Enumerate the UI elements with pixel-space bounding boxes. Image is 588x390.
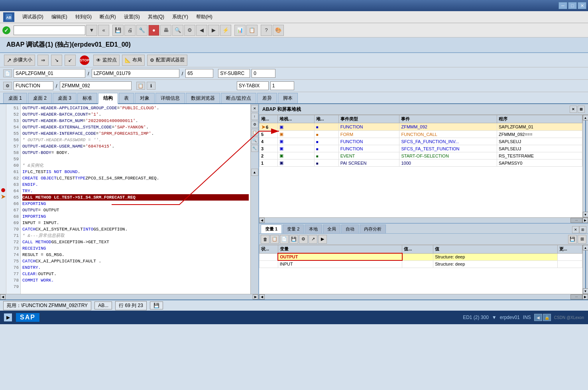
code-line[interactable]: CALL METHOD LC_TEST->SI_S4_SRM_FORECAST_… [22,194,249,201]
stack-row[interactable]: 4 ▣ ■ FUNCTION SFCS_FA_FUNCTION_INV... S… [260,138,582,145]
code-line[interactable]: OUTPUT-HEADER-BATCH_NUM = '2022090140000… [22,118,249,124]
bottom-btn-1[interactable]: ◀ [534,314,542,321]
var-tab-auto[interactable]: 自动 [341,225,359,233]
bp-cell[interactable] [0,238,6,244]
var-btn-1[interactable]: 🗑 [261,235,269,244]
print-btn[interactable]: 🖨 [124,25,136,36]
stack-close-btn[interactable]: ✕ [570,106,577,113]
save-btn[interactable]: 💾 [112,25,124,36]
bp-cell[interactable] [0,270,6,276]
hscroll-left[interactable]: ◀ [0,294,6,299]
bp-cell[interactable] [0,174,6,181]
code-line[interactable]: CLEAR: OUTPUT. [22,271,249,277]
stop-btn[interactable]: STOP [80,55,89,65]
stack-hs-track[interactable] [265,218,570,223]
code-line[interactable]: CATCH CX_AI_APPLICATION_FAULT . [22,258,249,264]
var-row[interactable]: OUTPUT Structure: deep [260,253,582,260]
stack-scroll-down[interactable]: ▼ [583,212,588,217]
code-line[interactable]: ENDTRY. [22,264,249,271]
menu-other[interactable]: 其他(Q) [144,12,168,22]
bp-cell[interactable] [0,168,6,174]
stack-vscroll[interactable]: ▲ ▼ [582,115,588,217]
var-btn-save[interactable]: 💾 [568,235,577,244]
var-btn-5[interactable]: ⚙ [299,235,308,244]
tab-desktop3[interactable]: 桌面 3 [53,93,77,103]
bp-cell[interactable] [0,244,6,251]
close-button[interactable]: ✕ [578,2,586,9]
menu-breakpoint[interactable]: 断点(R) [96,12,120,22]
bp-cell[interactable] [0,219,6,225]
tab-diff[interactable]: 差异 [257,93,277,103]
stack-scroll-thumb[interactable] [585,120,586,212]
var-hs-right[interactable]: ▶ [582,294,588,299]
side-btn-6[interactable]: 🔧 [251,145,258,152]
info-btn[interactable]: 📋 [136,82,145,90]
info2-btn[interactable]: ℹ [147,82,155,90]
stack-row[interactable]: 1 ▣ ■ PAI SCREEN 1000 SAPMSSY0 [260,160,582,167]
var-scroll-down[interactable]: ▼ [583,288,588,294]
monitor-btn[interactable]: 👁监控点 [93,55,120,66]
var-close-btn[interactable]: ✕ [572,226,579,233]
stack-row[interactable]: 5 ▣ ■ FORM FUNCTION_CALL ZFMMM_092=== [260,131,582,138]
code-hscroll[interactable]: ◀ ▶ [0,294,258,299]
code-line[interactable]: RESULT = GS_MSG. [22,252,249,258]
minimize-button[interactable]: ─ [559,2,567,9]
dropdown-arrow[interactable]: ▼ [492,315,497,320]
stack-expand-btn[interactable]: ⊞ [578,106,585,113]
bp-cell[interactable] [0,283,6,289]
maximize-button[interactable]: □ [568,2,577,9]
code-line[interactable]: * &实例化 [22,162,249,169]
code-line[interactable]: OUTPUT = OUTPUT [22,207,249,213]
var-scroll-up[interactable]: ▲ [583,245,588,250]
var-btn-6[interactable]: ↗ [309,235,317,244]
code-line[interactable]: OUTPUT-BODY = BODY. [22,150,249,156]
var-hscroll[interactable]: ◀ ··· ▶ [259,294,588,299]
code-line[interactable]: * &---异常信息获取 [22,232,249,239]
tab-script[interactable]: 脚本 [278,93,298,103]
dropdown-btn[interactable]: ▼ [86,25,97,36]
command-input[interactable] [14,26,85,35]
bp-cell[interactable] [0,104,6,110]
tab-detail[interactable]: 详细信息 [155,93,185,103]
tool6-btn[interactable]: ▶ [208,25,219,36]
bp-cell[interactable] [0,213,6,219]
tab-object[interactable]: 对象 [135,93,155,103]
tool8-btn[interactable]: 📊 [234,25,246,36]
stack-row[interactable]: ➤6 ▣ ■ FUNCTION ZFMMM_092 SAPLZFGMM_01 [260,123,582,131]
sy-tabix-value[interactable] [270,81,294,90]
bp-cell[interactable] [0,276,6,283]
bp-cell[interactable] [0,187,6,193]
step-large-btn[interactable]: ⇒ [37,55,49,66]
tab-breakpoint[interactable]: 断点/监控点 [221,93,256,103]
var-btn-7[interactable]: ▶ [318,235,327,244]
layout-btn[interactable]: 📐布局 [122,55,145,66]
sy-subrc-value[interactable] [252,69,275,78]
bp-cell[interactable]: ➤ [0,193,6,200]
var-tab-local[interactable]: 本地 [305,225,322,233]
code-line[interactable] [22,284,249,290]
var-btn-expand[interactable]: ⊞ [578,235,586,244]
bp-cell[interactable] [0,257,6,264]
program-field[interactable] [14,69,85,78]
code-line[interactable]: OUTPUT-HEADER-EXTERNAL_SYSTEM_CODE = 'SA… [22,124,249,130]
code-line[interactable]: INPUT = INPUT. [22,220,249,226]
code-line[interactable]: IMPORTING [22,213,249,220]
tool4-btn[interactable]: ⚙ [184,25,195,36]
code-line[interactable]: CATCH CX_AI_SYSTEM_FAULT INTO GS_EXCEPTI… [22,226,249,232]
step-over-btn[interactable]: ↘ [51,55,62,66]
bp-cell[interactable] [0,130,6,136]
code-line[interactable] [22,156,249,162]
bp-cell[interactable] [0,136,6,142]
hscroll-right[interactable]: ▶ [253,294,258,299]
var-expand-btn[interactable]: ⊞ [579,226,586,233]
var-tab-2[interactable]: 变量 2 [283,225,304,233]
stack-scroll-up[interactable]: ▲ [583,115,588,120]
code-line[interactable]: OUTPUT-HEADER-USER_NAME = '68476415'. [22,143,249,150]
bp-cell[interactable] [0,155,6,162]
var-hs-left[interactable]: ◀ [259,294,265,299]
var-tab-1[interactable]: 变量 1 [261,225,282,233]
tool7-btn[interactable]: ⚡ [220,25,231,36]
code-line[interactable]: * OUTPUT-HEADER-PASSWORD = ''. [22,137,249,143]
tool2-btn[interactable]: ● [148,25,159,36]
hscroll-track[interactable] [6,294,253,299]
